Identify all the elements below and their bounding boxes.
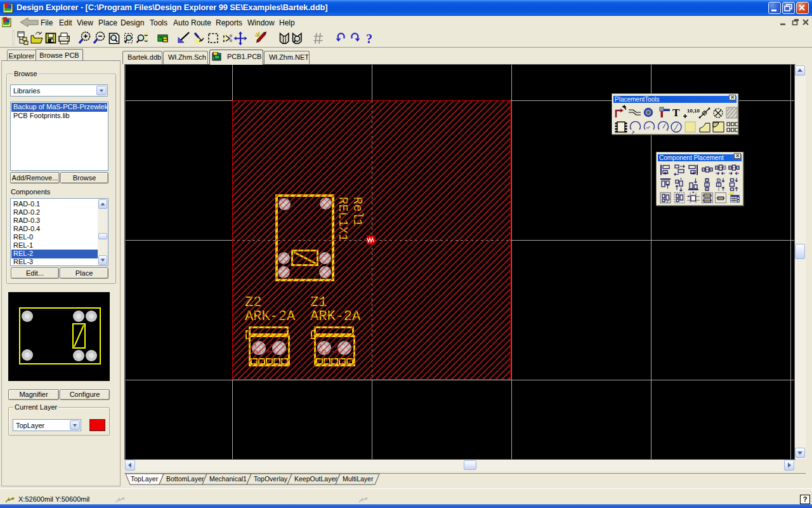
svg-text:10,10: 10,10 <box>687 108 700 114</box>
svg-text:MultiLayer: MultiLayer <box>343 475 374 483</box>
svg-text:KeepOutLayer: KeepOutLayer <box>294 475 337 483</box>
svg-text:Mechanical1: Mechanical1 <box>209 475 247 483</box>
svg-text:BottomLayer: BottomLayer <box>166 475 204 483</box>
svg-text:TopOverlay: TopOverlay <box>254 475 288 483</box>
svg-text:T: T <box>672 107 680 119</box>
svg-text:TopLayer: TopLayer <box>131 475 159 483</box>
svg-text:?: ? <box>366 32 372 46</box>
